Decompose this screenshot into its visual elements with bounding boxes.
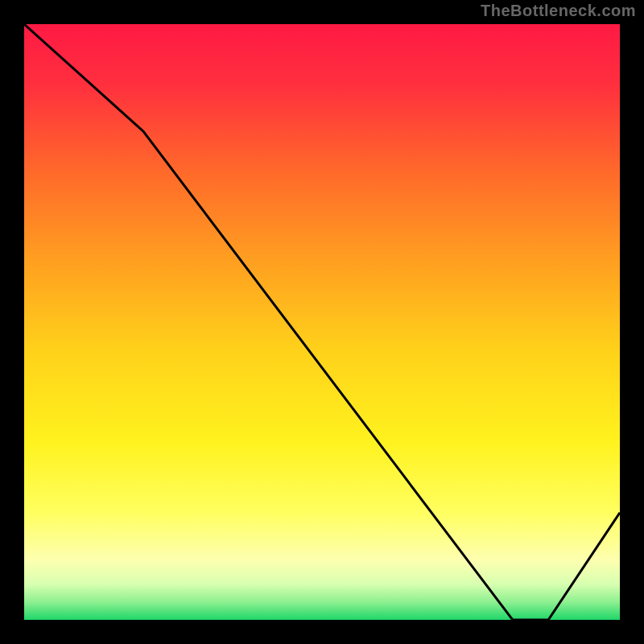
chart-frame: TheBottleneck.com [0, 0, 644, 644]
plot-area [24, 24, 620, 620]
chart-svg [24, 24, 620, 620]
gradient-background [24, 24, 620, 620]
watermark-text: TheBottleneck.com [481, 2, 636, 20]
